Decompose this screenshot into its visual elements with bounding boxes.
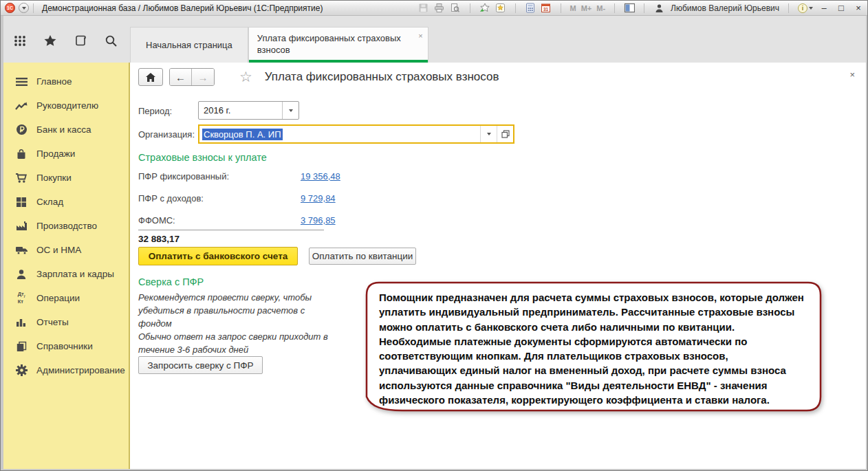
sidebar-item-purchases[interactable]: Покупки <box>3 166 129 190</box>
history-nav: ← → <box>169 68 215 86</box>
history-scroll-icon[interactable] <box>74 34 87 47</box>
sidebar-item-main[interactable]: Главное <box>3 69 129 94</box>
sidebar-item-administration[interactable]: Администрирование <box>3 358 129 382</box>
pfr-fixed-amount-link[interactable]: 19 356,48 <box>301 171 340 182</box>
tab-bar: Начальная страница Уплата фиксированных … <box>3 16 866 63</box>
title-bar: 1С Демонстрационная база / Любимов Валер… <box>1 1 868 16</box>
chevron-down-icon <box>487 133 491 135</box>
divider <box>788 3 789 13</box>
chevron-down-icon <box>809 7 813 10</box>
favorites-star-icon[interactable] <box>43 34 57 47</box>
tab-fixed-insurance-payments[interactable]: Уплата фиксированных страховых взносов × <box>248 27 428 63</box>
assistant-help-text: Помощник предназначен для расчета суммы … <box>379 290 805 407</box>
sidebar-item-label: Руководителю <box>36 100 98 111</box>
minimize-button[interactable]: – <box>818 3 830 13</box>
1c-logo-icon[interactable]: 1С <box>5 3 15 13</box>
sidebar-item-label: Покупки <box>36 173 72 183</box>
tab-close-icon[interactable]: × <box>418 30 422 42</box>
sidebar-item-label: ОС и НМА <box>36 245 81 255</box>
sidebar-item-warehouse[interactable]: Склад <box>3 190 129 214</box>
print-preview-icon[interactable] <box>450 3 461 14</box>
sidebar-item-label: Операции <box>36 293 80 303</box>
form-close-icon[interactable]: × <box>849 69 855 80</box>
divider <box>561 3 561 13</box>
sidebar-item-production[interactable]: Производство <box>3 214 129 238</box>
gear-icon <box>15 364 28 377</box>
assistant-speech-bubble: Помощник предназначен для расчета суммы … <box>365 281 822 421</box>
page-title: Уплата фиксированных страховых взносов <box>265 70 499 84</box>
search-icon[interactable] <box>104 34 118 47</box>
factory-icon <box>15 220 28 232</box>
calendar-icon[interactable]: 31 <box>541 3 552 14</box>
sidebar-item-sales[interactable]: Продажи <box>3 142 129 166</box>
trend-chart-icon <box>15 100 28 112</box>
bar-chart-icon <box>15 316 28 329</box>
save-icon[interactable] <box>418 3 429 14</box>
total-amount: 32 883,17 <box>138 234 180 244</box>
tab-home-page[interactable]: Начальная страница <box>130 27 248 63</box>
svg-text:31: 31 <box>543 7 549 12</box>
menu-lines-icon <box>15 76 28 88</box>
pay-by-receipt-button[interactable]: Оплатить по квитанции <box>309 248 416 265</box>
truck-icon <box>15 244 28 256</box>
shopping-bag-icon <box>15 148 28 160</box>
back-button[interactable]: ← <box>170 69 192 85</box>
open-form-icon <box>501 130 510 138</box>
sidebar-item-fixed-assets[interactable]: ОС и НМА <box>3 238 129 262</box>
sidebar-item-label: Банк и касса <box>36 124 91 135</box>
home-button[interactable] <box>138 68 163 86</box>
pay-from-bank-button[interactable]: Оплатить с банковского счета <box>138 247 298 265</box>
sidebar-item-label: Продажи <box>36 149 75 159</box>
sidebar-item-bank-cash[interactable]: Банк и касса <box>3 118 129 142</box>
sidebar-item-operations[interactable]: Дт/Кт Операции <box>3 286 129 310</box>
pfr-income-label: ПФР с доходов: <box>138 193 204 204</box>
sidebar-item-label: Склад <box>36 197 63 207</box>
panel-tools <box>3 34 130 63</box>
sidebar-item-salary-hr[interactable]: Зарплата и кадры <box>3 262 129 286</box>
organization-input[interactable]: Скворцов П. А. ИП <box>198 124 514 144</box>
organization-dropdown-button[interactable] <box>480 126 497 142</box>
system-menu-button[interactable] <box>19 3 29 13</box>
info-menu-button[interactable]: i <box>798 3 813 13</box>
forward-button[interactable]: → <box>192 69 214 85</box>
organization-open-button[interactable] <box>497 126 513 142</box>
favorites-icon[interactable] <box>495 3 506 14</box>
divider <box>33 3 34 13</box>
reconciliation-note-2: Обычно ответ на запрос сверки приходит в… <box>138 330 339 356</box>
titlebar-toolbar: 31 M M+ M- Любимов Валерий Юрьевич i – □… <box>418 3 868 14</box>
period-dropdown-button[interactable] <box>282 102 299 119</box>
total-divider <box>138 230 324 230</box>
tab-label: Начальная страница <box>146 40 232 50</box>
organization-label: Организация: <box>138 129 195 140</box>
main-menu-grid-icon[interactable] <box>13 34 27 47</box>
sidebar-item-reports[interactable]: Отчеты <box>3 310 129 334</box>
person-icon <box>15 268 28 281</box>
memory-m-minus-button[interactable]: M- <box>596 4 605 12</box>
chevron-down-icon <box>22 7 26 10</box>
period-select[interactable]: 2016 г. <box>198 101 299 120</box>
ffoms-amount-link[interactable]: 3 796,85 <box>301 215 336 226</box>
app-window: 1С Демонстрационная база / Любимов Валер… <box>0 0 868 471</box>
print-icon[interactable] <box>434 3 445 14</box>
memory-m-button[interactable]: M <box>570 4 576 12</box>
pfr-income-amount-link[interactable]: 9 729,84 <box>301 193 336 204</box>
calculator-icon[interactable] <box>525 3 536 14</box>
divider <box>614 3 615 13</box>
sidebar-item-manager[interactable]: Руководителю <box>3 94 129 118</box>
add-favorite-icon[interactable] <box>479 3 490 14</box>
request-reconciliation-button[interactable]: Запросить сверку с ПФР <box>138 356 263 374</box>
contributions-heading: Страховые взносы к уплате <box>138 152 267 163</box>
close-button[interactable]: × <box>852 3 865 13</box>
split-window-icon[interactable] <box>624 3 635 14</box>
sidebar-item-catalogs[interactable]: Справочники <box>3 334 129 358</box>
favorite-star-icon[interactable]: ☆ <box>239 69 252 85</box>
chevron-down-icon <box>289 109 293 112</box>
ruble-coin-icon <box>15 124 28 136</box>
current-user-name[interactable]: Любимов Валерий Юрьевич <box>671 3 779 13</box>
maximize-button[interactable]: □ <box>835 3 847 13</box>
organization-buttons <box>480 126 513 142</box>
sidebar-item-label: Справочники <box>36 341 93 351</box>
memory-m-plus-button[interactable]: M+ <box>581 4 592 12</box>
tab-label: Уплата фиксированных страховых взносов <box>257 32 411 63</box>
warehouse-boxes-icon <box>15 196 28 208</box>
